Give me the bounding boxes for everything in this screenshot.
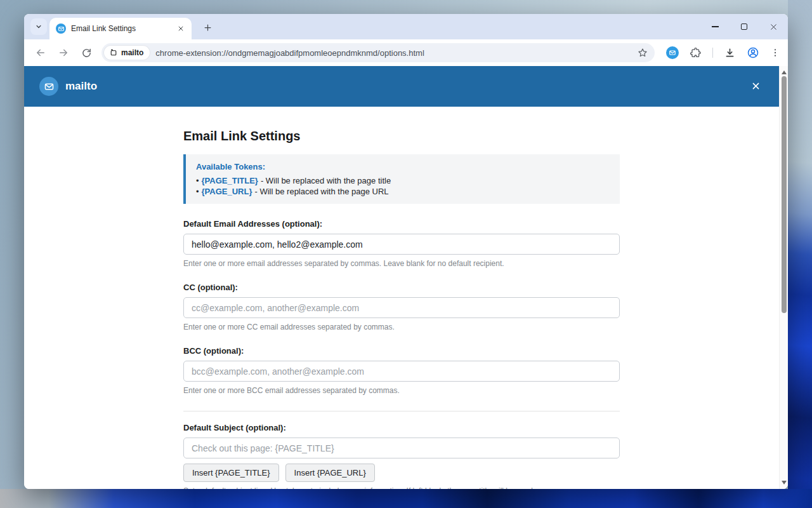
cc-help: Enter one or more CC email addresses sep… (183, 323, 620, 332)
default-subject-input[interactable] (183, 438, 620, 458)
page-url-token: {PAGE_URL} (202, 187, 252, 196)
window-minimize-button[interactable] (700, 14, 730, 39)
page-viewport: mailto Email Link Settings Available Tok… (24, 66, 788, 489)
mailto-favicon-icon (56, 23, 66, 34)
tab-title: Email Link Settings (71, 24, 175, 33)
insert-page-url-button[interactable]: Insert {PAGE_URL} (285, 464, 375, 482)
extension-header: mailto (24, 66, 788, 107)
url-text: chrome-extension://ondgmemagjoabdifpmoml… (155, 48, 636, 58)
scroll-down-icon[interactable] (782, 481, 787, 485)
plus-icon (203, 23, 213, 32)
new-tab-button[interactable] (199, 19, 216, 36)
default-emails-input[interactable] (183, 234, 620, 255)
default-emails-group: Default Email Addresses (optional): Ente… (183, 219, 620, 269)
available-tokens-box: Available Tokens: •{PAGE_TITLE}- Will be… (183, 154, 620, 204)
back-arrow-icon (35, 47, 46, 58)
default-emails-label: Default Email Addresses (optional): (183, 219, 620, 229)
wallpaper-right-strip (788, 0, 812, 508)
default-subject-group: Default Subject (optional): Insert {PAGE… (183, 423, 620, 489)
extensions-puzzle-icon[interactable] (690, 47, 702, 59)
extension-chip[interactable]: mailto (104, 46, 150, 60)
reload-button[interactable] (77, 44, 95, 62)
profile-icon[interactable] (747, 46, 759, 59)
tab-search-button[interactable] (30, 18, 47, 35)
token-item-page-title: •{PAGE_TITLE}- Will be replaced with the… (196, 175, 610, 186)
wallpaper-bottom-strip (0, 489, 812, 508)
browser-window: Email Link Settings (24, 14, 788, 489)
bcc-input[interactable] (183, 361, 620, 382)
cc-label: CC (optional): (183, 283, 620, 293)
bcc-label: BCC (optional): (183, 346, 620, 356)
window-close-button[interactable] (759, 14, 788, 39)
default-emails-help: Enter one or more email addresses separa… (183, 259, 620, 269)
chevron-down-icon (34, 22, 43, 31)
brand-name: mailto (65, 80, 97, 93)
bcc-help: Enter one or more BCC email addresses se… (183, 386, 620, 396)
settings-form: Email Link Settings Available Tokens: •{… (183, 107, 620, 489)
forward-button[interactable] (55, 44, 72, 62)
toolbar-right-icons (666, 39, 780, 66)
mailto-logo-icon (39, 77, 58, 96)
minimize-icon (712, 26, 719, 27)
extension-chip-icon (109, 48, 118, 57)
window-controls (700, 14, 788, 39)
insert-page-title-button[interactable]: Insert {PAGE_TITLE} (183, 464, 279, 482)
desktop-wallpaper: Email Link Settings (0, 0, 812, 508)
tab-close-icon[interactable] (175, 23, 187, 34)
page-title: Email Link Settings (183, 128, 620, 144)
token-item-page-url: •{PAGE_URL}- Will be replaced with the p… (196, 186, 610, 197)
tokens-heading: Available Tokens: (196, 161, 610, 173)
token-description: - Will be replaced with the page title (261, 176, 391, 185)
default-subject-help: Set a default subject line. Use tokens t… (183, 486, 620, 489)
reload-icon (81, 48, 92, 58)
bookmark-star-icon[interactable] (636, 46, 650, 60)
tab-email-link-settings[interactable]: Email Link Settings (49, 18, 192, 39)
page-scrollbar[interactable] (779, 66, 788, 489)
page-title-token: {PAGE_TITLE} (202, 176, 258, 185)
close-icon (769, 23, 778, 31)
bcc-group: BCC (optional): Enter one or more BCC em… (183, 346, 620, 396)
token-description: - Will be replaced with the page URL (255, 187, 389, 196)
browser-toolbar: mailto chrome-extension://ondgmemagjoabd… (24, 39, 788, 66)
cc-group: CC (optional): Enter one or more CC emai… (183, 283, 620, 332)
forward-arrow-icon (58, 47, 69, 58)
insert-token-buttons: Insert {PAGE_TITLE} Insert {PAGE_URL} (183, 464, 620, 482)
cc-input[interactable] (183, 297, 620, 318)
header-close-icon[interactable] (747, 77, 764, 94)
scrollbar-thumb[interactable] (782, 76, 787, 313)
scroll-up-icon[interactable] (782, 70, 787, 74)
default-subject-label: Default Subject (optional): (183, 423, 620, 433)
window-maximize-button[interactable] (730, 14, 759, 39)
tab-strip: Email Link Settings (24, 14, 788, 39)
mailto-extension-icon[interactable] (666, 46, 679, 59)
address-bar[interactable]: mailto chrome-extension://ondgmemagjoabd… (102, 43, 655, 62)
menu-kebab-icon[interactable] (770, 48, 780, 58)
toolbar-separator (712, 48, 713, 58)
section-divider (183, 411, 620, 411)
maximize-icon (741, 23, 747, 30)
downloads-icon[interactable] (724, 47, 736, 59)
back-button[interactable] (32, 44, 49, 62)
extension-chip-label: mailto (121, 48, 143, 57)
